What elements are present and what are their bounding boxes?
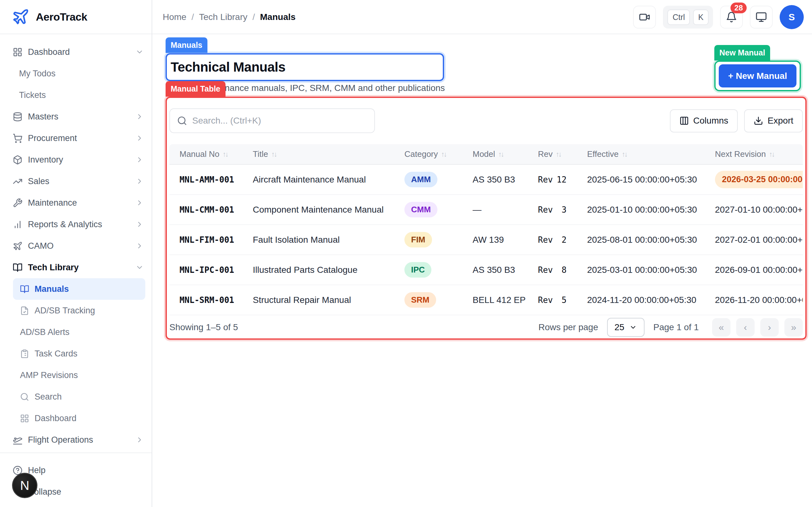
category-cell: IPC: [404, 262, 473, 278]
category-cell: AMM: [404, 172, 473, 187]
effective-cell: 2024-11-20 00:00:00+05:30: [587, 295, 715, 305]
toolbar-actions: Columns Export: [670, 109, 803, 132]
columns-button[interactable]: Columns: [670, 109, 738, 132]
next-revision-cell: 2026-03-25 00:00:00+05:30: [715, 171, 803, 188]
sidebar-item-task-cards[interactable]: Task Cards: [0, 343, 152, 364]
next-revision-cell: 2026-11-20 00:00:00+05:30: [715, 295, 803, 305]
previous-page-button[interactable]: ‹: [736, 318, 755, 337]
video-button[interactable]: [633, 6, 656, 29]
rev-cell: Rev5: [538, 295, 587, 305]
sidebar-item-inventory[interactable]: Inventory: [0, 149, 152, 170]
column-header-effective[interactable]: Effective↑↓: [587, 149, 715, 159]
sidebar-item-label: Tech Library: [28, 263, 79, 273]
sidebar-item-sales[interactable]: Sales: [0, 170, 152, 192]
dev-indicator-badge[interactable]: N: [12, 473, 38, 498]
breadcrumb-tech-library[interactable]: Tech Library: [199, 12, 247, 22]
manual-no-cell: MNL-SRM-001: [169, 295, 253, 305]
sidebar-item-reports-analytics[interactable]: Reports & Analytics: [0, 214, 152, 235]
sidebar-item-masters[interactable]: Masters: [0, 106, 152, 127]
user-avatar[interactable]: S: [780, 5, 804, 29]
file-check-icon: [20, 306, 29, 315]
table-row[interactable]: MNL-FIM-001 Fault Isolation Manual FIM A…: [169, 225, 803, 255]
sort-icon: ↑↓: [441, 150, 446, 158]
clipboard-list-icon: [20, 349, 29, 358]
annotation-title-badge: Manuals: [165, 38, 207, 53]
table-header-row: Manual No↑↓ Title↑↓ Category↑↓ Model↑↓ R…: [169, 144, 803, 165]
annotation-title-box: Technical Manuals: [165, 53, 444, 81]
rows-per-page-value: 25: [614, 322, 624, 332]
column-header-manual-no[interactable]: Manual No↑↓: [169, 149, 253, 159]
effective-cell: 2025-06-15 00:00:00+05:30: [587, 175, 715, 185]
next-page-button[interactable]: ›: [760, 318, 779, 337]
chevron-right-icon: [136, 220, 144, 228]
sidebar-item-label: Sales: [28, 176, 49, 186]
table-row[interactable]: MNL-SRM-001 Structural Repair Manual SRM…: [169, 285, 803, 315]
model-cell: AS 350 B3: [473, 265, 538, 275]
first-page-button[interactable]: «: [712, 318, 730, 337]
effective-cell: 2025-08-01 00:00:00+05:30: [587, 235, 715, 245]
dev-indicator-letter: N: [20, 478, 30, 493]
search-input[interactable]: [192, 116, 374, 126]
manual-no-cell: MNL-IPC-001: [169, 265, 253, 275]
rev-cell: Rev2: [538, 235, 587, 245]
annotation-table-badge: Manual Table: [165, 81, 225, 97]
page-title: Technical Manuals: [171, 60, 286, 75]
sidebar-item-flight-operations[interactable]: Flight Operations: [0, 429, 152, 451]
sidebar-item-tech-library[interactable]: Tech Library: [0, 257, 152, 278]
sidebar-item-my-todos[interactable]: My Todos: [0, 63, 152, 84]
sidebar-item-procurement[interactable]: Procurement: [0, 127, 152, 149]
wrench-icon: [13, 198, 22, 208]
sidebar-item-camo[interactable]: CAMO: [0, 235, 152, 257]
sidebar-item-dashboard[interactable]: Dashboard: [0, 41, 152, 63]
sidebar-nav: Dashboard My Todos Tickets Masters Procu…: [0, 41, 152, 451]
title-cell: Structural Repair Manual: [253, 295, 404, 305]
table-row[interactable]: MNL-CMM-001 Component Maintenance Manual…: [169, 195, 803, 225]
column-header-title[interactable]: Title↑↓: [253, 149, 404, 159]
rows-per-page-select[interactable]: 25: [607, 318, 645, 337]
column-header-model[interactable]: Model↑↓: [473, 149, 538, 159]
export-button[interactable]: Export: [744, 109, 803, 132]
column-header-category[interactable]: Category↑↓: [404, 149, 473, 159]
next-revision-cell: 2027-02-01 00:00:00+05:30: [715, 235, 803, 245]
table-row[interactable]: MNL-AMM-001 Aircraft Maintenance Manual …: [169, 165, 803, 195]
sidebar-item-dashboard-sub[interactable]: Dashboard: [0, 407, 152, 429]
notifications-button[interactable]: 28: [720, 6, 743, 29]
sidebar-item-maintenance[interactable]: Maintenance: [0, 192, 152, 214]
sort-icon: ↑↓: [223, 150, 228, 158]
sidebar-item-search[interactable]: Search: [0, 386, 152, 407]
sidebar-item-amp-revisions[interactable]: AMP Revisions: [0, 364, 152, 386]
display-mode-button[interactable]: [750, 6, 773, 29]
breadcrumb-current: Manuals: [260, 12, 296, 22]
database-icon: [13, 112, 22, 122]
ctrl-keycap: Ctrl: [667, 9, 690, 25]
sidebar-item-adsb-alerts[interactable]: AD/SB Alerts: [0, 321, 152, 343]
annotation-button-badge: New Manual: [714, 45, 770, 60]
shopping-cart-icon: [13, 133, 22, 143]
last-page-button[interactable]: »: [784, 318, 803, 337]
sort-icon: ↑↓: [769, 150, 774, 158]
column-header-next-revision[interactable]: Next Revision↑↓: [715, 149, 803, 159]
chevron-down-icon: [629, 324, 637, 331]
chevron-down-icon: [136, 48, 144, 56]
next-revision-cell: 2026-09-01 00:00:00+05:30: [715, 265, 803, 275]
sort-icon: ↑↓: [271, 150, 276, 158]
table-row[interactable]: MNL-IPC-001 Illustrated Parts Catalogue …: [169, 255, 803, 285]
category-cell: CMM: [404, 202, 473, 217]
sidebar-item-adsb-tracking[interactable]: AD/SB Tracking: [0, 300, 152, 321]
breadcrumb-home[interactable]: Home: [163, 12, 187, 22]
notification-count-badge: 28: [730, 3, 747, 13]
sidebar-item-label: My Todos: [19, 69, 55, 78]
sidebar-item-label: Reports & Analytics: [28, 220, 102, 229]
app-logo[interactable]: AeroTrack: [0, 0, 152, 34]
keyboard-shortcut-button[interactable]: Ctrl K: [663, 6, 713, 29]
rev-cell: Rev8: [538, 265, 587, 275]
sidebar-item-tickets[interactable]: Tickets: [0, 84, 152, 106]
pagination-buttons: « ‹ › »: [712, 318, 803, 337]
sidebar-item-label: CAMO: [28, 241, 54, 251]
breadcrumb-separator: /: [192, 12, 194, 22]
rev-cell: Rev12: [538, 175, 587, 184]
column-header-rev[interactable]: Rev↑↓: [538, 149, 587, 159]
category-cell: SRM: [404, 292, 473, 308]
new-manual-button[interactable]: + New Manual: [719, 64, 797, 88]
sidebar-item-manuals[interactable]: Manuals: [13, 278, 145, 300]
